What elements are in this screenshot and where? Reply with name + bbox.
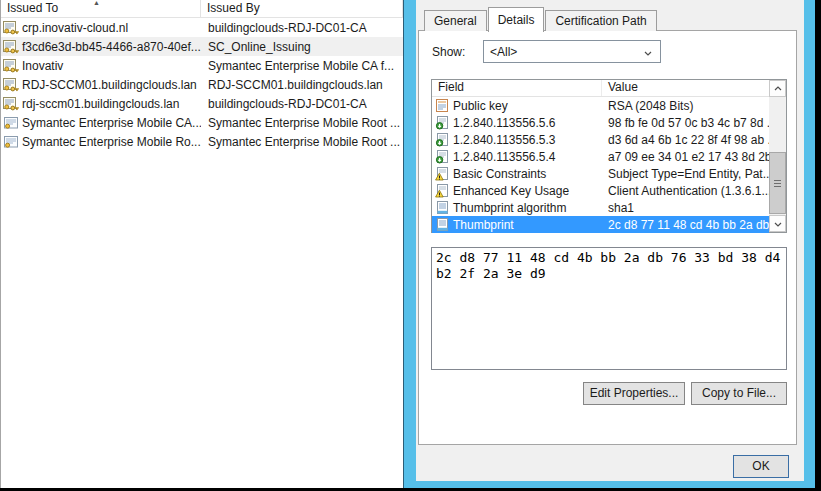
tab-strip: General Details Certification Path (424, 6, 658, 31)
issued-by-cell: buildingclouds-RDJ-DC01-CA (201, 97, 403, 111)
dialog-face: General Details Certification Path Show:… (416, 0, 804, 481)
tab-general[interactable]: General (424, 10, 487, 31)
certificate-icon (3, 115, 19, 131)
issued-by-cell: RDJ-SCCM01.buildingclouds.lan (201, 78, 403, 92)
field-value: sha1 (602, 201, 769, 215)
ok-button[interactable]: OK (733, 455, 789, 478)
certificate-private-key-icon (3, 96, 19, 112)
certificate-row[interactable]: Inovativ Symantec Enterprise Mobile CA f… (1, 56, 403, 75)
field-row[interactable]: 1.2.840.113556.5.6 98 fb fe 0d 57 0c b3 … (432, 114, 769, 131)
critical-extension-icon (435, 166, 449, 181)
certificate-private-key-icon (3, 77, 19, 93)
chevron-down-icon (772, 218, 784, 230)
certificate-private-key-icon (3, 58, 19, 74)
critical-extension-icon (435, 183, 449, 198)
chevron-up-icon (772, 83, 784, 95)
field-row[interactable]: Enhanced Key Usage Client Authentication… (432, 182, 769, 199)
field-row[interactable]: Thumbprint algorithm sha1 (432, 199, 769, 216)
scroll-up-button[interactable] (769, 80, 786, 97)
field-name: Enhanced Key Usage (453, 184, 569, 198)
document-properties-icon (435, 98, 449, 113)
column-header-value[interactable]: Value (602, 80, 786, 96)
issued-to-cell: Inovativ (22, 59, 63, 73)
field-name: 1.2.840.113556.5.4 (453, 150, 556, 164)
details-tab-page: Show: <All> Field Value Public key R (418, 30, 797, 445)
column-header-issued-by[interactable]: Issued By (201, 0, 403, 17)
vertical-scrollbar (769, 80, 786, 232)
issued-to-cell: f3cd6e3d-bb45-4466-a870-40ef... (22, 40, 201, 54)
list-header: Issued To ▲ Issued By (1, 0, 403, 18)
field-name: 1.2.840.113556.5.3 (453, 133, 556, 147)
issued-by-cell: buildingclouds-RDJ-DC01-CA (201, 21, 403, 35)
issued-to-cell: Symantec Enterprise Mobile CA... (22, 116, 201, 130)
field-row[interactable]: Basic Constraints Subject Type=End Entit… (432, 165, 769, 182)
column-header-issued-by-label: Issued By (207, 1, 260, 15)
field-row[interactable]: Public key RSA (2048 Bits) (432, 97, 769, 114)
chevron-down-icon (642, 47, 654, 59)
certificate-row[interactable]: Symantec Enterprise Mobile Ro... Symante… (1, 132, 403, 151)
extension-icon (435, 149, 449, 164)
certificates-list-panel: Issued To ▲ Issued By crp.inovativ-cloud… (0, 0, 403, 488)
field-value: 98 fb fe 0d 57 0c b3 4c b7 8d ... (602, 116, 769, 130)
field-value: 2c d8 77 11 48 cd 4b bb 2a db... (602, 218, 769, 232)
issued-by-cell: Symantec Enterprise Mobile Root ... (201, 135, 403, 149)
extension-icon (435, 115, 449, 130)
edit-properties-button[interactable]: Edit Properties... (583, 382, 685, 405)
tab-certification-path[interactable]: Certification Path (545, 10, 656, 31)
field-name: Thumbprint (453, 218, 514, 232)
scrollbar-thumb[interactable] (769, 152, 786, 214)
field-value: a7 09 ee 34 01 e2 17 43 8d 2b... (602, 150, 769, 164)
certificate-row[interactable]: Symantec Enterprise Mobile CA... Symante… (1, 113, 403, 132)
column-header-field[interactable]: Field (432, 80, 602, 96)
field-row[interactable]: 1.2.840.113556.5.4 a7 09 ee 34 01 e2 17 … (432, 148, 769, 165)
issued-to-cell: RDJ-SCCM01.buildingclouds.lan (22, 78, 197, 92)
field-value: RSA (2048 Bits) (602, 99, 769, 113)
extension-icon (435, 132, 449, 147)
certificate-details-dialog: General Details Certification Path Show:… (403, 0, 815, 488)
property-icon (435, 200, 449, 215)
certmgr-screen: Issued To ▲ Issued By crp.inovativ-cloud… (0, 0, 821, 491)
show-dropdown-value: <All> (490, 45, 517, 59)
field-value-preview[interactable]: 2c d8 77 11 48 cd 4b bb 2a db 76 33 bd 3… (431, 247, 787, 370)
certificate-row[interactable]: rdj-sccm01.buildingclouds.lan buildingcl… (1, 94, 403, 113)
field-name: 1.2.840.113556.5.6 (453, 116, 556, 130)
sort-ascending-icon: ▲ (93, 0, 100, 6)
issued-by-cell: SC_Online_Issuing (201, 40, 403, 54)
field-value: d3 6d a4 6b 1c 22 8f 4f 98 ab ... (602, 133, 769, 147)
column-header-issued-to-label: Issued To (7, 1, 58, 15)
scroll-down-button[interactable] (769, 215, 786, 232)
issued-by-cell: Symantec Enterprise Mobile Root ... (201, 116, 403, 130)
certificate-row-selected[interactable]: f3cd6e3d-bb45-4466-a870-40ef... SC_Onlin… (1, 37, 403, 56)
field-name: Public key (453, 99, 508, 113)
field-value-list: Field Value Public key RSA (2048 Bits) 1… (431, 79, 787, 233)
certificate-row[interactable]: RDJ-SCCM01.buildingclouds.lan RDJ-SCCM01… (1, 75, 403, 94)
field-value: Client Authentication (1.3.6.1.... (602, 184, 769, 198)
show-label: Show: (432, 45, 465, 59)
column-header-issued-to[interactable]: Issued To ▲ (1, 0, 201, 17)
issued-to-cell: Symantec Enterprise Mobile Ro... (22, 135, 201, 149)
field-value: Subject Type=End Entity, Pat... (602, 167, 769, 181)
field-list-header: Field Value (432, 80, 786, 97)
issued-by-cell: Symantec Enterprise Mobile CA f... (201, 59, 403, 73)
show-dropdown[interactable]: <All> (483, 40, 661, 63)
issued-to-cell: crp.inovativ-cloud.nl (22, 21, 128, 35)
certificate-icon (3, 134, 19, 150)
copy-to-file-button[interactable]: Copy to File... (691, 382, 787, 405)
field-row[interactable]: 1.2.840.113556.5.3 d3 6d a4 6b 1c 22 8f … (432, 131, 769, 148)
field-row-selected[interactable]: Thumbprint 2c d8 77 11 48 cd 4b bb 2a db… (432, 216, 769, 233)
field-list-body: Public key RSA (2048 Bits) 1.2.840.11355… (432, 97, 769, 233)
field-name: Basic Constraints (453, 167, 546, 181)
certificate-private-key-icon (3, 39, 19, 55)
tab-details[interactable]: Details (488, 7, 545, 32)
certificate-row[interactable]: crp.inovativ-cloud.nl buildingclouds-RDJ… (1, 18, 403, 37)
certificate-private-key-icon (3, 20, 19, 36)
field-name: Thumbprint algorithm (453, 201, 566, 215)
issued-to-cell: rdj-sccm01.buildingclouds.lan (22, 97, 179, 111)
property-icon (435, 217, 449, 232)
